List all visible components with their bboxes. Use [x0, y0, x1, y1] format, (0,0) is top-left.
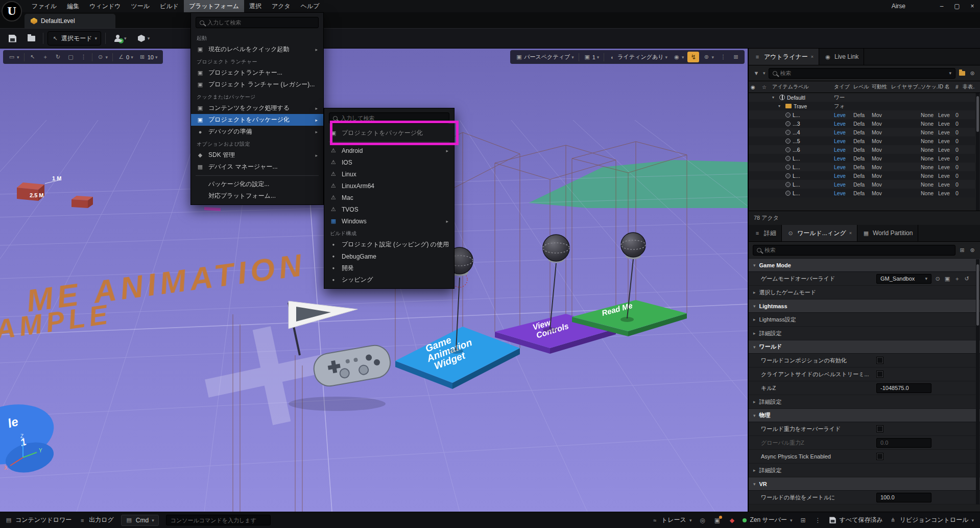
- submenu-item-mac[interactable]: ⚠Mac: [324, 192, 454, 203]
- outliner-row[interactable]: L...LeveDefaMovNoneLeve0: [749, 171, 975, 180]
- outliner-scrollbar[interactable]: [976, 93, 979, 211]
- details-settings-icon[interactable]: ⊛: [969, 246, 976, 254]
- close-icon[interactable]: ×: [849, 231, 852, 236]
- kill-z-input[interactable]: -1048575.0: [876, 383, 931, 393]
- submenu-item-linuxarm64[interactable]: ⚠LinuxArm64: [324, 180, 454, 192]
- browse-asset-icon[interactable]: ▣: [944, 275, 951, 282]
- tab-live-link[interactable]: ◉ Live Link: [819, 49, 864, 65]
- eye-column-icon[interactable]: ◉: [751, 84, 762, 90]
- section-lightmass[interactable]: ▾Lightmass: [749, 300, 980, 313]
- submenu-item-development[interactable]: ●開発: [324, 262, 454, 274]
- expander-lightmass-advanced[interactable]: ▸詳細設定: [749, 327, 980, 340]
- outliner-row[interactable]: L...LeveDefaMovNoneLeve0: [749, 189, 975, 197]
- outliner-row[interactable]: ...6LeveDefaMovNoneLeve0: [749, 145, 975, 154]
- column-type[interactable]: タイプ: [834, 83, 853, 90]
- outliner-row[interactable]: ...3LeveDefaMovNoneLeve0: [749, 119, 975, 128]
- cmd-dropdown[interactable]: ▤Cmd▾: [121, 515, 159, 526]
- blueprints-dropdown[interactable]: ▾: [134, 31, 154, 45]
- outliner-row[interactable]: L...LeveDefaMovNoneLeve0: [749, 163, 975, 171]
- save-button[interactable]: [5, 31, 20, 45]
- outliner-row[interactable]: L...LeveDefaMovNoneLeve0: [749, 110, 975, 119]
- section-game-mode[interactable]: ▾Game Mode: [749, 259, 980, 272]
- view-mode-dropdown[interactable]: ◐ライティングあり▾: [607, 52, 670, 63]
- menu-help[interactable]: ヘルプ: [296, 0, 325, 12]
- expander-physics-advanced[interactable]: ▸詳細設定: [749, 464, 980, 477]
- column-mobility[interactable]: 可動性: [872, 83, 891, 90]
- menu-window[interactable]: ウィンドウ: [84, 0, 126, 12]
- menu-item-quick-launch[interactable]: ▣現在のレベルをクイック起動▸: [191, 43, 323, 55]
- submenu-item-windows[interactable]: ▦Windows▸: [324, 215, 454, 227]
- column-count[interactable]: #: [955, 84, 963, 90]
- submenu-item-linux[interactable]: ⚠Linux: [324, 168, 454, 180]
- outliner-search-box[interactable]: ▾: [769, 68, 955, 79]
- tool-overflow-button[interactable]: ⋮: [78, 52, 89, 63]
- reset-icon[interactable]: ↺: [963, 275, 970, 282]
- console-command-input[interactable]: [171, 517, 266, 523]
- menu-build[interactable]: ビルド: [155, 0, 184, 12]
- outliner-row[interactable]: L...LeveDefaMovNoneLeve0: [749, 180, 975, 189]
- menu-item-project-launcher[interactable]: ▣プロジェクトランチャー...: [191, 67, 323, 79]
- new-folder-icon[interactable]: [959, 70, 966, 77]
- tab-default-level[interactable]: DefaultLevel: [25, 14, 115, 28]
- submenu-item-use-project-setting[interactable]: ●プロジェクト設定 (シッピング) の使用: [324, 239, 454, 250]
- expander-selected-gamemode[interactable]: ▸選択したゲームモード: [749, 286, 980, 300]
- menu-platforms[interactable]: プラットフォーム: [184, 0, 244, 12]
- browse-content-button[interactable]: [24, 31, 39, 45]
- world-to-meters-input[interactable]: 100.0: [876, 493, 931, 502]
- column-id-name[interactable]: ID 名: [938, 83, 955, 90]
- maximize-button[interactable]: ▢: [949, 0, 965, 12]
- world-space-toggle[interactable]: ⊙▾: [95, 52, 110, 63]
- menu-item-packaging-settings[interactable]: パッケージ化の設定...: [191, 178, 323, 190]
- column-item-label[interactable]: アイテムラベル: [772, 83, 834, 90]
- menu-search-input[interactable]: [207, 19, 315, 26]
- outliner-settings-icon[interactable]: ⊛: [969, 70, 976, 77]
- outliner-row-world[interactable]: ▾DefaultI ワー: [749, 93, 975, 102]
- menu-select[interactable]: 選択: [244, 0, 267, 12]
- trace-dropdown[interactable]: ≈トレース▾: [651, 516, 691, 524]
- filter-icon[interactable]: ▼: [753, 70, 760, 77]
- menu-item-package-project[interactable]: ▣プロジェクトをパッケージ化▸: [191, 114, 323, 126]
- show-flags-dropdown[interactable]: ◉▾: [671, 52, 686, 63]
- column-sub[interactable]: サブ..: [907, 83, 921, 90]
- maximize-viewport-button[interactable]: ⊞: [730, 52, 742, 63]
- rotate-tool-button[interactable]: ↻: [53, 52, 64, 63]
- target-icon[interactable]: ◎: [698, 516, 706, 524]
- play-from-here-button[interactable]: ↯: [687, 52, 699, 62]
- unreal-logo-icon[interactable]: U: [2, 1, 22, 21]
- expander-icon[interactable]: ▾: [778, 104, 783, 108]
- status-overflow-icon[interactable]: ⋮: [814, 516, 822, 524]
- section-world[interactable]: ▾ワールド: [749, 340, 980, 354]
- output-log-button[interactable]: ≡出力ログ: [79, 516, 114, 524]
- derived-data-icon[interactable]: ⊞: [799, 516, 807, 524]
- zen-server-dropdown[interactable]: Zen サーバー▾: [743, 516, 792, 524]
- menu-item-supported-platforms[interactable]: 対応プラットフォーム...: [191, 190, 323, 202]
- menu-item-device-manager[interactable]: ▦デバイス マネージャー...: [191, 161, 323, 173]
- pin-column-icon[interactable]: ☆: [762, 84, 772, 90]
- add-actor-button[interactable]: + ▾: [110, 31, 130, 45]
- global-gravity-input[interactable]: 0.0: [876, 438, 931, 448]
- camera-speed-dropdown[interactable]: ▣1▾: [582, 52, 602, 63]
- content-drawer-button[interactable]: ▤コンテンツドロワー: [5, 516, 71, 524]
- async-physics-checkbox[interactable]: [876, 453, 883, 460]
- screenshot-icon[interactable]: ▣: [713, 516, 721, 524]
- menu-edit[interactable]: 編集: [62, 0, 84, 12]
- console-input-box[interactable]: [166, 515, 271, 525]
- column-socket[interactable]: ソケッ..: [921, 83, 938, 90]
- select-tool-button[interactable]: ↖: [27, 52, 38, 63]
- alert-icon[interactable]: ◆: [728, 516, 736, 524]
- grid-snap-dropdown[interactable]: ⊞10▾: [137, 52, 160, 63]
- tab-world-partition[interactable]: ▦ World Partition: [857, 225, 918, 241]
- gamemode-override-dropdown[interactable]: GM_Sandbox▾: [876, 274, 931, 284]
- menu-actor[interactable]: アクタ: [267, 0, 296, 12]
- tab-world-settings[interactable]: ⊙ ワールド...ィング ×: [782, 225, 857, 241]
- submenu-item-ios[interactable]: ⚠IOS: [324, 156, 454, 168]
- column-hidden[interactable]: 非表..: [963, 83, 975, 90]
- editor-mode-dropdown[interactable]: ↖ 選択モード ▾: [47, 31, 101, 45]
- details-search-box[interactable]: [753, 245, 955, 256]
- outliner-row[interactable]: L...LeveDefaMovNoneLeve0: [749, 154, 975, 163]
- display-filter-icon[interactable]: ⊞: [959, 246, 966, 254]
- section-vr[interactable]: ▾VR: [749, 477, 980, 491]
- outliner-row[interactable]: ...5LeveDefaMovNoneLeve0: [749, 136, 975, 145]
- minimize-button[interactable]: –: [934, 0, 949, 12]
- menu-search-box[interactable]: [196, 17, 319, 28]
